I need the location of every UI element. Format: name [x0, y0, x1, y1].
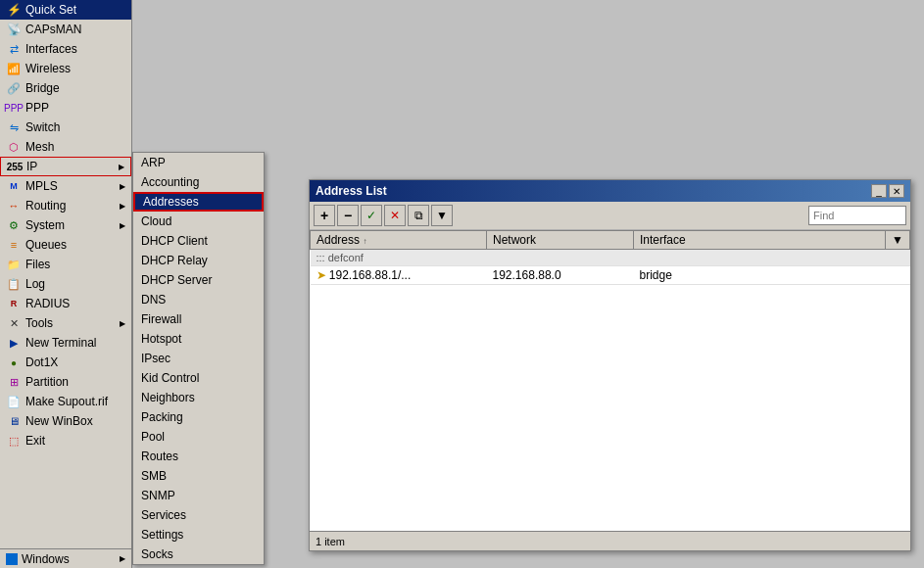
row-arrow-icon: ➤ — [316, 268, 326, 282]
submenu-item-dhcp-relay[interactable]: DHCP Relay — [133, 251, 264, 270]
exit-icon: ⬚ — [6, 433, 22, 449]
submenu-item-kid-control[interactable]: Kid Control — [133, 368, 264, 388]
col-header-network[interactable]: Network — [487, 231, 634, 250]
ip-submenu: ARP Accounting Addresses Cloud DHCP Clie… — [132, 152, 265, 565]
submenu-item-ipsec[interactable]: IPsec — [133, 349, 264, 368]
submenu-item-packing[interactable]: Packing — [133, 407, 264, 427]
wireless-icon: 📶 — [6, 61, 22, 76]
cell-interface: bridge — [634, 266, 886, 285]
submenu-item-firewall[interactable]: Firewall — [133, 309, 264, 329]
sidebar-item-queues[interactable]: ≡ Queues — [0, 235, 131, 255]
submenu-item-cloud[interactable]: Cloud — [133, 212, 264, 231]
search-input[interactable] — [808, 206, 906, 225]
sidebar-item-routing[interactable]: ↔ Routing — [0, 196, 131, 215]
sidebar-item-mpls[interactable]: M MPLS — [0, 176, 131, 196]
tools-icon: ✕ — [6, 315, 22, 331]
submenu-item-accounting[interactable]: Accounting — [133, 172, 264, 192]
switch-icon: ⇋ — [6, 119, 22, 135]
close-button[interactable]: ✕ — [889, 184, 904, 198]
address-window: Address List _ ✕ + − ✓ ✕ ⧉ ▼ Address ↑ — [309, 179, 911, 551]
make-supout-icon: 📄 — [6, 394, 22, 409]
ip-submenu-arrow: ▶ — [119, 163, 124, 171]
window-content: + − ✓ ✕ ⧉ ▼ Address ↑ Network — [310, 202, 910, 550]
filter-button[interactable]: ▼ — [431, 205, 453, 226]
submenu-item-arp[interactable]: ARP — [133, 153, 264, 172]
submenu-item-services[interactable]: Services — [133, 505, 264, 525]
col-header-expand[interactable]: ▼ — [886, 231, 910, 250]
remove-button[interactable]: − — [337, 205, 359, 226]
sidebar-item-capsman[interactable]: 📡 CAPsMAN — [0, 20, 131, 39]
submenu-item-hotspot[interactable]: Hotspot — [133, 329, 264, 349]
sidebar-item-ppp[interactable]: PPP PPP — [0, 98, 131, 118]
table-row-group: ::: defconf — [311, 250, 910, 266]
log-icon: 📋 — [6, 276, 22, 292]
sidebar-item-ip[interactable]: 255 IP ▶ — [0, 157, 131, 176]
sidebar-item-tools[interactable]: ✕ Tools — [0, 313, 131, 333]
submenu-item-settings[interactable]: Settings — [133, 525, 264, 544]
submenu-item-addresses[interactable]: Addresses — [133, 192, 264, 212]
ppp-icon: PPP — [6, 100, 22, 116]
sidebar-item-make-supout[interactable]: 📄 Make Supout.rif — [0, 392, 131, 411]
sidebar-item-files[interactable]: 📁 Files — [0, 255, 131, 274]
table-row[interactable]: ➤ 192.168.88.1/... 192.168.88.0 bridge — [311, 266, 910, 285]
col-header-interface[interactable]: Interface — [634, 231, 886, 250]
files-icon: 📁 — [6, 257, 22, 272]
sidebar-item-windows[interactable]: Windows — [0, 548, 131, 568]
windows-icon — [6, 553, 18, 565]
submenu-item-dns[interactable]: DNS — [133, 290, 264, 309]
dot1x-icon: ● — [6, 355, 22, 370]
submenu-item-smb[interactable]: SMB — [133, 466, 264, 486]
submenu-item-dhcp-client[interactable]: DHCP Client — [133, 231, 264, 251]
sidebar-item-wireless[interactable]: 📶 Wireless — [0, 59, 131, 78]
new-winbox-icon: 🖥 — [6, 413, 22, 429]
sidebar-item-partition[interactable]: ⊞ Partition — [0, 372, 131, 392]
bridge-icon: 🔗 — [6, 80, 22, 96]
cross-button[interactable]: ✕ — [384, 205, 406, 226]
sidebar-item-exit[interactable]: ⬚ Exit — [0, 431, 131, 450]
interfaces-icon: ⇄ — [6, 41, 22, 57]
submenu-item-snmp[interactable]: SNMP — [133, 486, 264, 505]
group-label: ::: defconf — [311, 250, 910, 266]
copy-button[interactable]: ⧉ — [408, 205, 429, 226]
submenu-item-pool[interactable]: Pool — [133, 427, 264, 447]
sidebar-item-interfaces[interactable]: ⇄ Interfaces — [0, 39, 131, 59]
cell-network: 192.168.88.0 — [487, 266, 634, 285]
status-text: 1 item — [316, 536, 345, 547]
window-controls: _ ✕ — [871, 184, 904, 198]
sidebar-item-new-winbox[interactable]: 🖥 New WinBox — [0, 411, 131, 431]
sidebar-item-new-terminal[interactable]: ▶ New Terminal — [0, 333, 131, 353]
cell-address: ➤ 192.168.88.1/... — [311, 266, 487, 285]
new-terminal-icon: ▶ — [6, 335, 22, 351]
sidebar-item-mesh[interactable]: ⬡ Mesh — [0, 137, 131, 157]
sidebar-item-system[interactable]: ⚙ System — [0, 215, 131, 235]
sidebar-item-quick-set[interactable]: ⚡ Quick Set — [0, 0, 131, 20]
table-header-row: Address ↑ Network Interface ▼ — [311, 231, 910, 250]
window-titlebar: Address List _ ✕ — [310, 180, 910, 202]
submenu-item-routes[interactable]: Routes — [133, 447, 264, 466]
submenu-item-neighbors[interactable]: Neighbors — [133, 388, 264, 407]
sort-arrow-address: ↑ — [363, 237, 366, 246]
status-bar: 1 item — [310, 531, 910, 550]
col-header-address[interactable]: Address ↑ — [311, 231, 487, 250]
sidebar-item-dot1x[interactable]: ● Dot1X — [0, 353, 131, 372]
sidebar-item-log[interactable]: 📋 Log — [0, 274, 131, 294]
sidebar-item-switch[interactable]: ⇋ Switch — [0, 118, 131, 137]
add-button[interactable]: + — [314, 205, 335, 226]
submenu-item-dhcp-server[interactable]: DHCP Server — [133, 270, 264, 290]
submenu-item-socks[interactable]: Socks — [133, 544, 264, 564]
quick-set-icon: ⚡ — [6, 2, 22, 18]
capsman-icon: 📡 — [6, 22, 22, 37]
address-table: Address ↑ Network Interface ▼ — [310, 230, 910, 285]
expand-icon: ▼ — [892, 233, 903, 247]
toolbar: + − ✓ ✕ ⧉ ▼ — [310, 202, 910, 230]
ip-icon: 255 — [7, 159, 23, 174]
minimize-button[interactable]: _ — [871, 184, 887, 198]
system-icon: ⚙ — [6, 217, 22, 233]
check-button[interactable]: ✓ — [361, 205, 382, 226]
partition-icon: ⊞ — [6, 374, 22, 390]
table-container: Address ↑ Network Interface ▼ — [310, 230, 910, 531]
sidebar-item-radius[interactable]: R RADIUS — [0, 294, 131, 313]
radius-icon: R — [6, 296, 22, 311]
mpls-icon: M — [6, 178, 22, 194]
sidebar-item-bridge[interactable]: 🔗 Bridge — [0, 78, 131, 98]
